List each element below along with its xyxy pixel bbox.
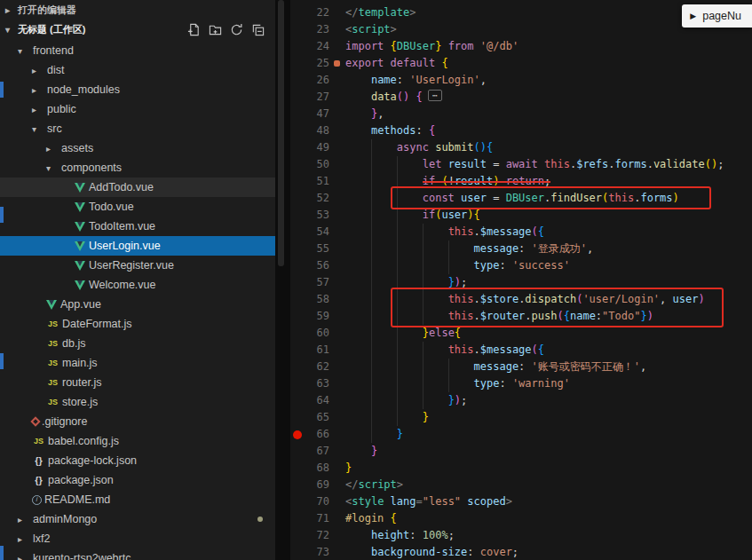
code-text: }	[345, 426, 752, 443]
code-line-26[interactable]: 26 name: 'UserLogin',	[290, 72, 752, 89]
play-icon: ▶	[690, 8, 696, 25]
code-line-71[interactable]: 71#login {	[290, 510, 752, 527]
fold-gutter	[329, 72, 345, 89]
code-line-56[interactable]: 56 type: 'success'	[290, 257, 752, 274]
tree-file-AddTodo.vue[interactable]: AddTodo.vue	[0, 177, 275, 197]
code-line-47[interactable]: 47 },	[290, 106, 752, 122]
tree-folder-components[interactable]: ▾components	[0, 158, 275, 177]
code-line-62[interactable]: 62 message: '账号或密码不正确！',	[290, 359, 752, 375]
tree-file-db.js[interactable]: JSdb.js	[0, 334, 275, 353]
code-editor: 22</template>23<script>24import {DBUser}…	[290, 0, 752, 560]
tree-folder-kurento-rtsp2webrtc[interactable]: ▸kurento-rtsp2webrtc	[0, 548, 275, 560]
tree-folder-node_modules[interactable]: ▸node_modules	[0, 80, 275, 99]
code-line-24[interactable]: 24import {DBUser} from '@/db'	[290, 38, 752, 55]
breakpoint-gutter	[290, 308, 305, 325]
code-line-63[interactable]: 63 type: 'warning'	[290, 375, 752, 392]
breakpoint-gutter	[290, 173, 305, 190]
code-line-48[interactable]: 48 methods: {	[290, 122, 752, 139]
tree-item-label: src	[47, 122, 62, 135]
tree-file-README.md[interactable]: iREADME.md	[0, 490, 275, 509]
explorer-sidebar: ▸ 打开的编辑器 ▾ 无标题 (工作区) ▾frontend▸dist▸node…	[0, 0, 275, 560]
code-line-69[interactable]: 69</script>	[290, 477, 752, 493]
tree-file-TodoItem.vue[interactable]: TodoItem.vue	[0, 217, 275, 236]
tree-folder-adminMongo[interactable]: ▸adminMongo	[0, 509, 275, 529]
vscode-window: ▸ 打开的编辑器 ▾ 无标题 (工作区) ▾frontend▸dist▸node…	[0, 0, 752, 560]
line-number: 47	[305, 106, 329, 122]
tree-folder-lxf2[interactable]: ▸lxf2	[0, 529, 275, 548]
code-text: let result = await this.$refs.forms.vali…	[345, 156, 752, 173]
tree-file-App.vue[interactable]: App.vue	[0, 295, 275, 314]
git-file-icon	[30, 416, 40, 426]
js-file-icon: JS	[46, 319, 59, 328]
tree-file-Todo.vue[interactable]: Todo.vue	[0, 197, 275, 217]
code-line-66[interactable]: 66 }	[290, 426, 752, 443]
open-editors-header[interactable]: ▸ 打开的编辑器	[0, 0, 275, 20]
code-text: message: '账号或密码不正确！',	[345, 359, 752, 375]
tree-item-label: DateFormat.js	[62, 318, 132, 330]
code-line-64[interactable]: 64 });	[290, 392, 752, 409]
code-text: methods: {	[345, 122, 752, 139]
code-line-27[interactable]: 27 data() {⋯	[290, 89, 752, 106]
vue-file-icon	[75, 202, 86, 212]
code-line-65[interactable]: 65 }	[290, 409, 752, 426]
tree-file-.gitignore[interactable]: .gitignore	[0, 412, 275, 431]
tree-file-UserRegister.vue[interactable]: UserRegister.vue	[0, 256, 275, 275]
sidebar-scrollbar[interactable]	[278, 0, 284, 266]
code-line-67[interactable]: 67 }	[290, 443, 752, 460]
tree-file-package.json[interactable]: {}package.json	[0, 470, 275, 490]
code-line-54[interactable]: 54 this.$message({	[290, 224, 752, 241]
tree-file-store.js[interactable]: JSstore.js	[0, 392, 275, 412]
tree-folder-src[interactable]: ▾src	[0, 119, 275, 138]
code-line-60[interactable]: 60 }else{	[290, 325, 752, 342]
tree-item-label: main.js	[62, 357, 98, 369]
tree-item-label: UserRegister.vue	[89, 259, 174, 272]
line-number: 66	[305, 426, 329, 443]
tree-file-UserLogin.vue[interactable]: UserLogin.vue	[0, 236, 275, 256]
tree-file-router.js[interactable]: JSrouter.js	[0, 373, 275, 392]
code-line-73[interactable]: 73 background-size: cover;	[290, 544, 752, 560]
code-line-53[interactable]: 53 if(user){	[290, 207, 752, 224]
code-line-70[interactable]: 70<style lang="less" scoped>	[290, 493, 752, 510]
line-number: 70	[305, 493, 329, 510]
code-line-61[interactable]: 61 this.$message({	[290, 342, 752, 359]
tree-file-package-lock.json[interactable]: {}package-lock.json	[0, 451, 275, 470]
new-folder-icon[interactable]	[209, 23, 222, 36]
tree-folder-dist[interactable]: ▸dist	[0, 60, 275, 80]
tree-folder-frontend[interactable]: ▾frontend	[0, 41, 275, 60]
code-line-58[interactable]: 58 this.$store.dispatch('user/Login', us…	[290, 291, 752, 308]
code-text: }else{	[345, 325, 752, 342]
code-line-51[interactable]: 51 if (!result) return;	[290, 173, 752, 190]
explorer-actions	[187, 23, 275, 36]
tree-file-babel.config.js[interactable]: JSbabel.config.js	[0, 431, 275, 451]
folded-code-badge[interactable]: ⋯	[428, 90, 442, 101]
code-line-50[interactable]: 50 let result = await this.$refs.forms.v…	[290, 156, 752, 173]
tree-file-Welcome.vue[interactable]: Welcome.vue	[0, 275, 275, 295]
fold-gutter	[329, 375, 345, 392]
refresh-icon[interactable]	[230, 23, 243, 36]
code-text: type: 'success'	[345, 257, 752, 274]
tree-folder-public[interactable]: ▸public	[0, 99, 275, 119]
tree-file-DateFormat.js[interactable]: JSDateFormat.js	[0, 314, 275, 334]
modified-dot	[257, 517, 263, 522]
tree-folder-assets[interactable]: ▸assets	[0, 138, 275, 158]
code-line-49[interactable]: 49 async submit(){	[290, 139, 752, 156]
collapse-all-icon[interactable]	[251, 23, 265, 36]
tree-file-main.js[interactable]: JSmain.js	[0, 353, 275, 373]
fold-gutter	[329, 122, 345, 139]
code-line-57[interactable]: 57 });	[290, 274, 752, 291]
code-line-68[interactable]: 68}	[290, 460, 752, 477]
code-text: export default {	[345, 55, 752, 72]
code-line-72[interactable]: 72 height: 100%;	[290, 527, 752, 544]
line-number: 50	[305, 156, 329, 173]
code-text: #login {	[345, 510, 752, 527]
code-line-52[interactable]: 52 const user = DBUser.findUser(this.for…	[290, 190, 752, 207]
code-line-59[interactable]: 59 this.$router.push({name:"Todo"})	[290, 308, 752, 325]
code-line-55[interactable]: 55 message: '登录成功',	[290, 241, 752, 257]
new-file-icon[interactable]	[187, 23, 201, 36]
line-number: 54	[305, 224, 329, 241]
code-line-25[interactable]: 25export default {	[290, 55, 752, 72]
code-text: data() {⋯	[345, 89, 752, 106]
peek-popup[interactable]: ▶ pageNu	[682, 4, 752, 28]
fold-gutter	[329, 527, 345, 544]
workspace-header[interactable]: ▾ 无标题 (工作区)	[0, 20, 275, 39]
